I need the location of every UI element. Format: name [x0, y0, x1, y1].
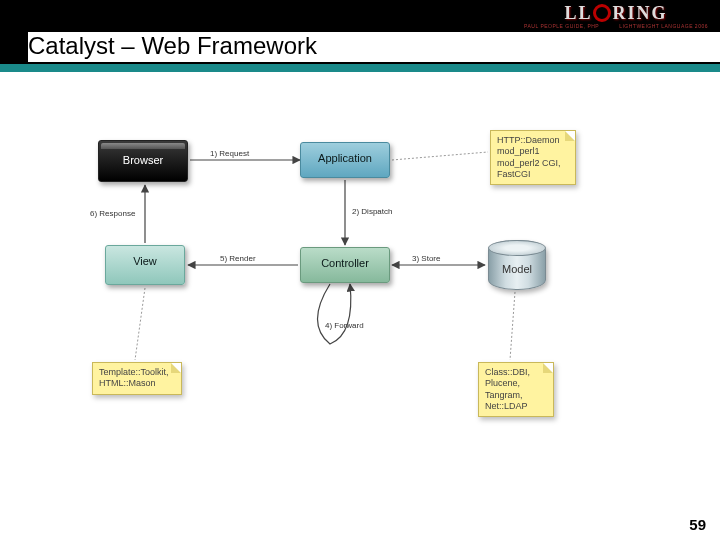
node-browser-label: Browser — [123, 154, 163, 166]
event-logo: LLRING PAUL PEOPLE GUIDE, PHP LIGHTWEIGH… — [524, 4, 708, 29]
logo-sub-right: LIGHTWEIGHT LANGUAGE 2006 — [619, 24, 708, 29]
svg-line-7 — [510, 292, 515, 360]
edge-forward: 4) Forward — [325, 322, 364, 330]
note-model: Class::DBI, Plucene, Tangram, Net::LDAP — [478, 362, 554, 417]
node-model-label: Model — [502, 263, 532, 275]
slide-title: Catalyst – Web Framework — [28, 32, 720, 62]
note-view: Template::Toolkit, HTML::Mason — [92, 362, 182, 395]
node-view: View — [105, 245, 185, 285]
svg-line-5 — [392, 152, 488, 160]
node-application: Application — [300, 142, 390, 178]
architecture-diagram: Browser Application View Controller Mode… — [90, 130, 630, 460]
node-application-label: Application — [318, 152, 372, 164]
edge-response: 6) Response — [90, 210, 135, 218]
ring-icon — [593, 4, 611, 22]
divider-bar — [0, 64, 720, 72]
node-controller-label: Controller — [321, 257, 369, 269]
edge-store: 3) Store — [412, 255, 440, 263]
node-controller: Controller — [300, 247, 390, 283]
logo-left: LL — [564, 3, 592, 23]
logo-right: RING — [612, 3, 667, 23]
edge-render: 5) Render — [220, 255, 256, 263]
node-browser: Browser — [98, 140, 188, 182]
node-model: Model — [488, 240, 546, 290]
note-model-text: Class::DBI, Plucene, Tangram, Net::LDAP — [485, 367, 530, 411]
note-application-text: HTTP::Daemon mod_perl1 mod_perl2 CGI, Fa… — [497, 135, 561, 179]
svg-line-6 — [135, 288, 145, 360]
edge-dispatch: 2) Dispatch — [352, 208, 392, 216]
note-application: HTTP::Daemon mod_perl1 mod_perl2 CGI, Fa… — [490, 130, 576, 185]
logo-sub-left: PAUL PEOPLE GUIDE, PHP — [524, 24, 599, 29]
node-view-label: View — [133, 255, 157, 267]
edge-request: 1) Request — [210, 150, 249, 158]
note-view-text: Template::Toolkit, HTML::Mason — [99, 367, 169, 388]
page-number: 59 — [689, 517, 706, 532]
